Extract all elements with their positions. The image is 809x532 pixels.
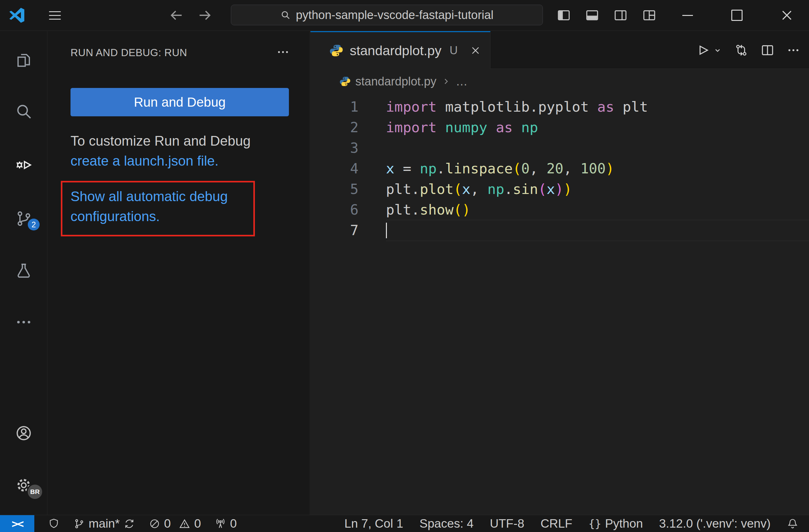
errors-count: 0 xyxy=(164,517,171,530)
warnings-icon xyxy=(179,518,190,530)
line-number[interactable]: 4 xyxy=(310,158,359,179)
notifications-button[interactable] xyxy=(787,518,798,530)
radio-tower-icon xyxy=(214,518,226,530)
ellipsis-icon xyxy=(15,313,33,331)
back-button[interactable] xyxy=(169,0,184,31)
shield-icon xyxy=(48,518,59,530)
command-center[interactable]: python-sample-vscode-fastapi-tutorial xyxy=(231,5,543,25)
code-line[interactable]: plt.show() xyxy=(386,199,809,220)
warnings-count: 0 xyxy=(194,517,201,530)
text-cursor xyxy=(386,223,387,238)
code-line[interactable]: x = np.linspace(0, 20, 100) xyxy=(386,158,809,179)
activity-item-account[interactable] xyxy=(0,418,47,449)
auto-configs-link[interactable]: Show all automatic debug configurations. xyxy=(70,187,245,226)
activity-item-explorer[interactable] xyxy=(0,45,47,76)
python-icon xyxy=(340,76,350,87)
code-line[interactable]: import numpy as np xyxy=(386,117,809,138)
close-icon xyxy=(780,9,793,21)
toggle-panel-button[interactable] xyxy=(584,0,600,31)
maximize-icon xyxy=(731,10,742,21)
run-file-button[interactable] xyxy=(696,43,710,57)
remote-icon: >< xyxy=(12,517,22,530)
code-editor[interactable]: 1234567 import matplotlib.pyplot as plti… xyxy=(310,94,809,515)
minimize-button[interactable] xyxy=(679,0,696,31)
line-numbers[interactable]: 1234567 xyxy=(310,97,359,241)
split-editor-button[interactable] xyxy=(760,43,775,57)
code-line[interactable]: import matplotlib.pyplot as plt xyxy=(386,97,809,117)
profile-badge: BR xyxy=(27,483,44,500)
eol[interactable]: CRLF xyxy=(540,517,572,530)
line-number[interactable]: 3 xyxy=(310,138,359,158)
line-number[interactable]: 7 xyxy=(310,220,359,241)
forward-button[interactable] xyxy=(197,0,213,31)
workspace-trust-button[interactable] xyxy=(48,518,59,530)
run-and-debug-button[interactable]: Run and Debug xyxy=(70,88,289,116)
ellipsis-icon xyxy=(276,45,290,59)
line-number[interactable]: 5 xyxy=(310,179,359,199)
branch-icon xyxy=(73,518,85,530)
editor-group: standardplot.py U standardplot.py … 1234… xyxy=(310,31,809,515)
beaker-icon xyxy=(15,262,33,280)
encoding[interactable]: UTF-8 xyxy=(490,517,524,530)
maximize-button[interactable] xyxy=(729,0,745,31)
editor-more-button[interactable] xyxy=(787,43,800,57)
breadcrumbs: standardplot.py … xyxy=(310,69,809,94)
run-and-debug-sidebar: RUN AND DEBUG: RUN Run and Debug To cust… xyxy=(48,31,310,515)
menu-button[interactable] xyxy=(47,0,63,31)
ports-button[interactable]: 0 xyxy=(214,517,237,530)
customize-paragraph: To customize Run and Debug create a laun… xyxy=(70,131,273,171)
editor-tab[interactable]: standardplot.py U xyxy=(310,31,490,69)
breadcrumb-more[interactable]: … xyxy=(456,75,468,88)
breadcrumb-file[interactable]: standardplot.py xyxy=(355,75,436,88)
cursor-position[interactable]: Ln 7, Col 1 xyxy=(344,517,403,530)
files-icon xyxy=(15,51,33,69)
bell-icon xyxy=(787,518,798,530)
code-line[interactable] xyxy=(386,220,809,241)
activity-item-settings[interactable]: BR xyxy=(0,469,47,501)
ports-count: 0 xyxy=(230,517,237,530)
launch-json-link[interactable]: create a launch.json file. xyxy=(70,153,219,169)
statusbar-left: >< main* 0 0 0 xyxy=(0,515,237,532)
activity-item-run-debug[interactable] xyxy=(0,149,47,180)
titlebar: python-sample-vscode-fastapi-tutorial xyxy=(0,0,809,31)
branch-button[interactable]: main* xyxy=(73,517,135,530)
python-interpreter[interactable]: 3.12.0 ('.venv': venv) xyxy=(659,517,771,530)
open-changes-button[interactable] xyxy=(734,43,748,57)
activity-item-testing[interactable] xyxy=(0,255,47,286)
activity-item-source-control[interactable]: 2 xyxy=(0,203,47,234)
activity-bar: 2 BR xyxy=(0,31,48,515)
close-icon xyxy=(470,45,481,56)
sidebar-more-button[interactable] xyxy=(274,44,292,60)
language-label: Python xyxy=(605,517,643,530)
line-number[interactable]: 1 xyxy=(310,97,359,117)
statusbar-right: Ln 7, Col 1 Spaces: 4 UTF-8 CRLF {}Pytho… xyxy=(344,517,809,530)
layout-secondary-sidebar-icon xyxy=(614,8,628,22)
sidebar-title: RUN AND DEBUG: RUN xyxy=(70,47,187,59)
code-lines[interactable]: import matplotlib.pyplot as pltimport nu… xyxy=(386,97,809,241)
branch-label: main* xyxy=(89,517,120,530)
customize-layout-button[interactable] xyxy=(641,0,657,31)
remote-button[interactable]: >< xyxy=(0,515,34,532)
forward-arrow-icon xyxy=(200,11,210,20)
line-number[interactable]: 2 xyxy=(310,117,359,138)
toggle-sidebar-button[interactable] xyxy=(556,0,572,31)
language-mode[interactable]: {}Python xyxy=(588,517,643,530)
code-line[interactable] xyxy=(386,138,809,158)
layout-panel-icon xyxy=(585,8,599,22)
tab-close-button[interactable] xyxy=(470,45,481,56)
back-arrow-icon xyxy=(172,11,182,20)
run-debug-icon xyxy=(15,156,33,174)
line-number[interactable]: 6 xyxy=(310,199,359,220)
close-button[interactable] xyxy=(779,0,795,31)
tab-bar: standardplot.py U xyxy=(310,31,809,69)
code-line[interactable]: plt.plot(x, np.sin(x)) xyxy=(386,179,809,199)
search-icon xyxy=(15,102,33,120)
indentation[interactable]: Spaces: 4 xyxy=(419,517,473,530)
sync-icon xyxy=(123,518,135,530)
account-icon xyxy=(15,424,33,442)
run-dropdown-chevron-icon[interactable] xyxy=(713,46,722,55)
problems-button[interactable]: 0 0 xyxy=(149,517,201,530)
activity-item-more[interactable] xyxy=(0,306,47,338)
activity-item-search[interactable] xyxy=(0,96,47,127)
toggle-secondary-sidebar-button[interactable] xyxy=(613,0,629,31)
